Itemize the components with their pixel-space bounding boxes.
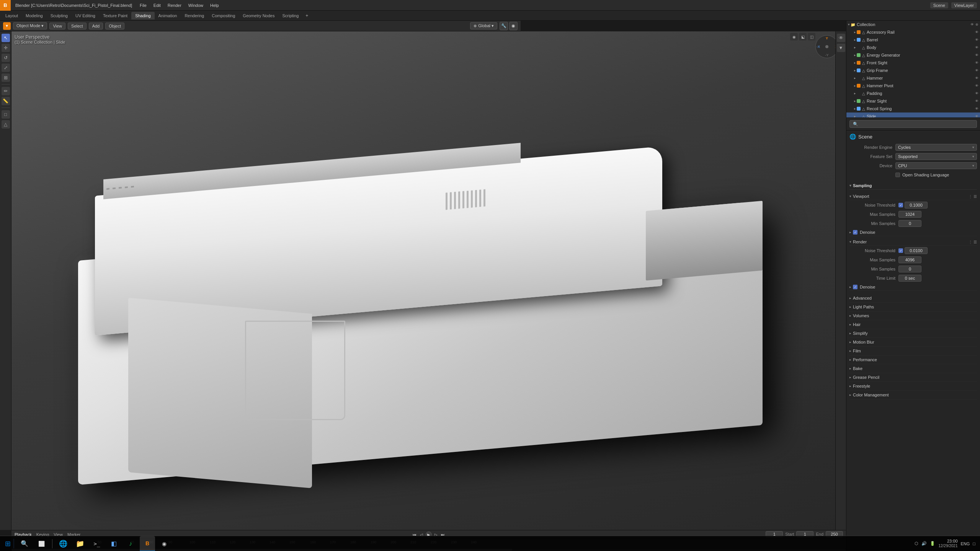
volumes-section[interactable]: ▸ Volumes <box>849 311 977 320</box>
workspace-shading[interactable]: Shading <box>131 12 154 20</box>
workspace-layout[interactable]: Layout <box>2 12 22 20</box>
outliner-item-recoil-spring[interactable]: ▸ △ Recoil Spring 👁 <box>846 105 980 112</box>
mode-selector[interactable]: Object Mode ▾ <box>13 22 47 29</box>
tool-add-cone[interactable]: △ <box>2 120 10 129</box>
workspace-uv-editing[interactable]: UV Editing <box>72 12 99 20</box>
taskbar-volume-icon[interactable]: 🔊 <box>921 541 927 546</box>
snap-toggle[interactable]: 🔧 <box>500 22 508 30</box>
tool-move[interactable]: ✛ <box>2 44 10 52</box>
render-subsection-options[interactable]: ⋮ <box>969 240 972 244</box>
outliner-vis-recoil-spring[interactable]: 👁 <box>975 107 978 111</box>
taskbar-vscode[interactable]: ◧ <box>106 536 121 551</box>
outliner-sel-collection[interactable]: ⊕ <box>975 23 978 26</box>
viewport-min-samples-input[interactable]: 0 <box>898 220 921 227</box>
viewport-subsection-menu[interactable]: ☰ <box>973 194 977 199</box>
sampling-section-header[interactable]: ▾ Sampling <box>849 182 977 190</box>
render-noise-threshold-checkbox[interactable]: ✓ <box>898 248 903 253</box>
menu-window[interactable]: Window <box>185 2 206 9</box>
scene-selector[interactable]: Scene <box>930 2 948 8</box>
workspace-geometry-nodes[interactable]: Geometry Nodes <box>239 12 278 20</box>
render-subsection-header[interactable]: ▾ Render ⋮ ☰ <box>849 238 977 246</box>
outliner-vis-grip-frame[interactable]: 👁 <box>975 68 978 72</box>
transform-global[interactable]: ⊕ Global ▾ <box>470 22 497 29</box>
taskbar-explorer[interactable]: 📁 <box>72 536 88 551</box>
viewport-subsection-options[interactable]: ⋮ <box>969 194 972 199</box>
outliner-item-collection[interactable]: ▾ 📁 Collection 👁 ⊕ <box>846 21 980 28</box>
outliner-vis-hammer[interactable]: 👁 <box>975 76 978 80</box>
outliner-vis-barrel[interactable]: 👁 <box>975 38 978 42</box>
taskbar-start-button[interactable]: ⊞ <box>0 536 15 551</box>
workspace-sculpting[interactable]: Sculpting <box>47 12 72 20</box>
denoise-viewport-row[interactable]: ▸ ✓ Denoise <box>849 229 977 236</box>
outliner-item-energy-gen[interactable]: ▸ △ Energy Generator 👁 <box>846 51 980 59</box>
render-engine-value[interactable]: Cycles ▾ <box>895 144 977 151</box>
workspace-modeling[interactable]: Modeling <box>22 12 47 20</box>
motion-blur-section[interactable]: ▸ Motion Blur <box>849 338 977 347</box>
bake-section[interactable]: ▸ Bake <box>849 364 977 373</box>
render-noise-threshold-input[interactable]: 0.0100 <box>905 247 928 254</box>
denoise-render-checkbox[interactable]: ✓ <box>853 285 858 289</box>
properties-search[interactable] <box>849 120 977 128</box>
workspace-compositing[interactable]: Compositing <box>208 12 239 20</box>
freestyle-section[interactable]: ▸ Freestyle <box>849 382 977 391</box>
viewport-3d[interactable]: User Perspective (1) Scene Collection | … <box>11 31 846 530</box>
outliner-vis-energy-gen[interactable]: 👁 <box>975 53 978 57</box>
osl-checkbox[interactable] <box>895 173 900 177</box>
select-menu[interactable]: Select <box>68 23 87 29</box>
outliner-vis-collection[interactable]: 👁 <box>970 23 974 26</box>
taskbar-app2[interactable]: ◉ <box>157 536 172 551</box>
render-min-samples-input[interactable]: 0 <box>898 266 921 272</box>
outliner-item-rear-sight[interactable]: ▸ △ Rear Sight 👁 <box>846 97 980 105</box>
workspace-scripting[interactable]: Scripting <box>278 12 302 20</box>
tool-measure[interactable]: 📏 <box>2 97 10 105</box>
view-menu[interactable]: View <box>49 23 65 29</box>
outliner-vis-front-sight[interactable]: 👁 <box>975 61 978 65</box>
grease-pencil-section[interactable]: ▸ Grease Pencil <box>849 373 977 382</box>
menu-render[interactable]: Render <box>165 2 185 9</box>
filter-icon[interactable]: ▼ <box>837 44 845 52</box>
gizmo-left[interactable]: -X <box>817 45 820 49</box>
taskbar-search[interactable]: 🔍 <box>17 536 32 551</box>
gizmo-bottom[interactable]: -Y <box>825 53 829 57</box>
gizmo-top[interactable]: Y <box>826 36 828 40</box>
viewport-subsection-header[interactable]: ▾ Viewport ⋮ ☰ <box>849 193 977 200</box>
device-value[interactable]: CPU ▾ <box>895 162 977 169</box>
outliner-vis-accessory-rail[interactable]: 👁 <box>975 30 978 34</box>
viewport-xray-toggle[interactable]: ◫ <box>808 33 815 41</box>
outliner-vis-rear-sight[interactable]: 👁 <box>975 99 978 103</box>
color-management-section[interactable]: ▸ Color Management <box>849 391 977 399</box>
viewport-noise-threshold-input[interactable]: 0.1000 <box>905 202 928 209</box>
outliner-item-padding[interactable]: ▸ △ Padding 👁 <box>846 90 980 97</box>
render-max-samples-input[interactable]: 4096 <box>898 256 921 263</box>
performance-section[interactable]: ▸ Performance <box>849 355 977 364</box>
denoise-viewport-checkbox[interactable]: ✓ <box>853 230 858 235</box>
outliner-item-hammer[interactable]: ▸ △ Hammer 👁 <box>846 74 980 82</box>
taskbar-terminal[interactable]: >_ <box>89 536 105 551</box>
feature-set-value[interactable]: Supported ▾ <box>895 153 977 160</box>
tool-cursor[interactable]: ↖ <box>2 34 10 42</box>
view-layer-selector[interactable]: ViewLayer <box>951 2 977 8</box>
outliner-vis-padding[interactable]: 👁 <box>975 91 978 95</box>
workspace-texture-paint[interactable]: Texture Paint <box>99 12 131 20</box>
object-menu[interactable]: Object <box>105 23 124 29</box>
viewport-overlay-toggle[interactable]: ⬕ <box>799 33 807 41</box>
light-paths-section[interactable]: ▸ Light Paths <box>849 303 977 311</box>
proportional-edit[interactable]: ◉ <box>509 22 518 30</box>
tool-add-cube[interactable]: □ <box>2 110 10 119</box>
outliner-vis-body[interactable]: 👁 <box>975 46 978 49</box>
tool-scale[interactable]: ⤢ <box>2 64 10 72</box>
taskbar-chrome[interactable]: 🌐 <box>56 536 71 551</box>
outliner-item-front-sight[interactable]: ▸ △ Front Sight 👁 <box>846 59 980 67</box>
outliner-item-barrel[interactable]: ▸ △ Barrel 👁 <box>846 36 980 44</box>
simplify-section[interactable]: ▸ Simplify <box>849 329 977 338</box>
menu-edit[interactable]: Edit <box>150 2 164 9</box>
menu-help[interactable]: Help <box>207 2 222 9</box>
add-menu[interactable]: Add <box>89 23 103 29</box>
tool-rotate[interactable]: ↺ <box>2 54 10 62</box>
film-section[interactable]: ▸ Film <box>849 347 977 355</box>
taskbar-network-icon[interactable]: ⬡ <box>915 541 918 546</box>
view-icon[interactable]: 👁 <box>837 34 845 42</box>
taskbar-task-view[interactable]: ⬜ <box>34 536 49 551</box>
workspace-animation[interactable]: Animation <box>155 12 181 20</box>
outliner-vis-hammer-pivot[interactable]: 👁 <box>975 84 978 88</box>
